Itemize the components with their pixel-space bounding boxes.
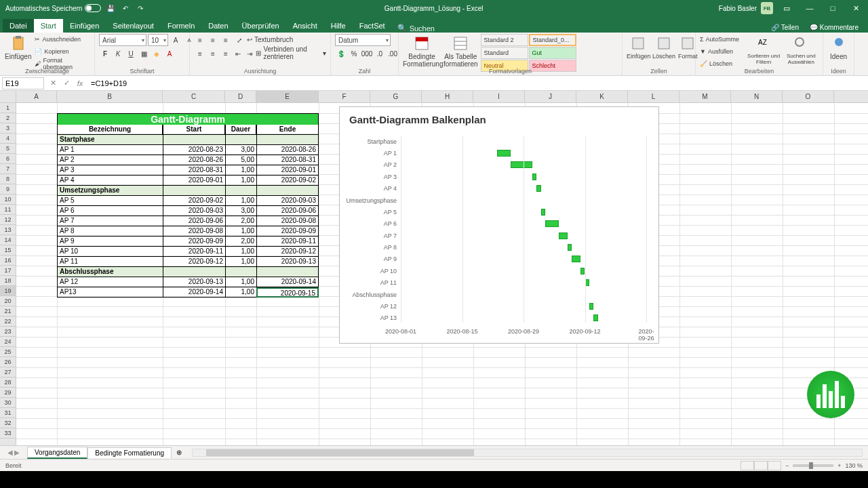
- gantt-chart-object[interactable]: Gantt-Diagramm Balkenplan StartphaseAP 1…: [339, 106, 659, 344]
- row-header-4[interactable]: 4: [0, 134, 16, 144]
- table-row[interactable]: AP 102020-09-111,002020-09-12: [57, 247, 319, 257]
- row-header-20[interactable]: 20: [0, 296, 16, 306]
- formula-input[interactable]: [87, 77, 868, 89]
- border-icon[interactable]: ▦: [138, 47, 150, 60]
- view-break-icon[interactable]: [768, 461, 781, 470]
- table-row[interactable]: Abschlussphase: [57, 267, 319, 277]
- row-header-1[interactable]: 1: [0, 103, 16, 113]
- col-header-I[interactable]: I: [473, 91, 525, 102]
- italic-icon[interactable]: K: [112, 47, 124, 60]
- row-header-24[interactable]: 24: [0, 337, 16, 347]
- tab-view[interactable]: Ansicht: [286, 19, 324, 33]
- row-header-9[interactable]: 9: [0, 184, 16, 195]
- dec-decimal-icon[interactable]: .00: [387, 47, 399, 60]
- select-all-corner[interactable]: [0, 91, 16, 102]
- paste-button[interactable]: Einfügen: [4, 34, 32, 60]
- col-header-F[interactable]: F: [319, 91, 370, 102]
- row-header-21[interactable]: 21: [0, 306, 16, 317]
- number-format-combo[interactable]: Datum: [335, 34, 391, 46]
- sheet-tab-active[interactable]: Vorgangsdaten: [27, 447, 87, 459]
- col-header-B[interactable]: B: [57, 91, 163, 102]
- new-sheet-icon[interactable]: ⊕: [172, 449, 186, 456]
- view-normal-icon[interactable]: [741, 461, 754, 470]
- orientation-icon[interactable]: ⤢: [233, 34, 245, 46]
- underline-icon[interactable]: U: [125, 47, 137, 60]
- comments-button[interactable]: 💬 Kommentare: [806, 22, 863, 33]
- table-row[interactable]: AP 62020-09-033,002020-09-06: [57, 206, 319, 216]
- tab-help[interactable]: Hilfe: [324, 19, 353, 33]
- horizontal-scrollbar[interactable]: [192, 449, 863, 457]
- row-header-10[interactable]: 10: [0, 195, 16, 205]
- indent-inc-icon[interactable]: ⇥: [245, 47, 255, 60]
- row-header-15[interactable]: 15: [0, 245, 16, 256]
- tab-file[interactable]: Datei: [3, 19, 34, 33]
- zoom-in-icon[interactable]: +: [837, 462, 841, 469]
- row-header-17[interactable]: 17: [0, 266, 16, 276]
- zoom-slider[interactable]: [793, 464, 833, 467]
- undo-icon[interactable]: ↶: [120, 3, 131, 14]
- col-header-L[interactable]: L: [628, 91, 679, 102]
- table-row[interactable]: AP 52020-09-021,002020-09-03: [57, 196, 319, 206]
- align-top-icon[interactable]: ≡: [194, 34, 206, 46]
- bold-icon[interactable]: F: [99, 47, 111, 60]
- font-name-combo[interactable]: Arial: [99, 34, 146, 46]
- style-standard0[interactable]: Standard_0...: [529, 34, 576, 46]
- row-header-7[interactable]: 7: [0, 164, 16, 174]
- indent-dec-icon[interactable]: ⇤: [233, 47, 243, 60]
- row-header-29[interactable]: 29: [0, 388, 16, 398]
- autosum-button[interactable]: Σ AutoSumme: [700, 34, 744, 45]
- currency-icon[interactable]: 💲: [335, 47, 347, 60]
- row-header-3[interactable]: 3: [0, 123, 16, 134]
- col-header-K[interactable]: K: [576, 91, 628, 102]
- fx-icon[interactable]: fx: [73, 77, 87, 90]
- tab-start[interactable]: Start: [34, 19, 63, 33]
- copy-button[interactable]: 📄 Kopieren: [35, 46, 90, 57]
- cut-button[interactable]: ✂ Ausschneiden: [35, 34, 90, 45]
- fill-color-icon[interactable]: ◆: [151, 47, 163, 60]
- font-size-combo[interactable]: 10: [148, 34, 168, 46]
- row-header-25[interactable]: 25: [0, 347, 16, 357]
- zoom-out-icon[interactable]: −: [785, 462, 789, 469]
- sort-filter-button[interactable]: AZ Sortieren und Filtern: [747, 34, 781, 65]
- worksheet-grid[interactable]: Gantt-Diagramm Bezeichnung Start Dauer E…: [16, 103, 868, 445]
- align-bot-icon[interactable]: ≡: [220, 34, 232, 46]
- table-row[interactable]: AP 42020-09-011,002020-09-02: [57, 176, 319, 186]
- row-header-5[interactable]: 5: [0, 144, 16, 154]
- user-avatar[interactable]: FB: [761, 2, 773, 14]
- style-good[interactable]: Gut: [529, 47, 576, 59]
- table-row[interactable]: AP 12020-08-233,002020-08-26: [57, 145, 319, 155]
- minimize-icon[interactable]: —: [800, 0, 819, 16]
- table-row[interactable]: Umsetzungsphase: [57, 186, 319, 196]
- row-header-30[interactable]: 30: [0, 398, 16, 408]
- row-header-13[interactable]: 13: [0, 225, 16, 235]
- tab-layout[interactable]: Seitenlayout: [106, 19, 161, 33]
- style-standard[interactable]: Standard: [481, 47, 528, 59]
- tab-factset[interactable]: FactSet: [353, 19, 392, 33]
- percent-icon[interactable]: %: [348, 47, 360, 60]
- row-header-22[interactable]: 22: [0, 317, 16, 327]
- ideas-button[interactable]: Ideen: [827, 34, 850, 60]
- col-header-E[interactable]: E: [256, 91, 319, 102]
- zoom-level[interactable]: 130 %: [845, 462, 863, 469]
- thousands-icon[interactable]: 000: [361, 47, 373, 60]
- row-header-11[interactable]: 11: [0, 205, 16, 215]
- row-header-32[interactable]: 32: [0, 418, 16, 428]
- align-right-icon[interactable]: ≡: [220, 47, 232, 60]
- table-row[interactable]: AP 72020-09-062,002020-09-08: [57, 216, 319, 226]
- col-header-N[interactable]: N: [731, 91, 783, 102]
- table-row[interactable]: AP 82020-09-081,002020-09-09: [57, 226, 319, 237]
- col-header-O[interactable]: O: [783, 91, 834, 102]
- row-header-27[interactable]: 27: [0, 367, 16, 378]
- delete-cells-button[interactable]: Löschen: [652, 34, 675, 60]
- table-row[interactable]: AP 112020-09-121,002020-09-13: [57, 257, 319, 267]
- cell-styles-gallery[interactable]: Standard 2 Standard_0... Standard Gut Ne…: [481, 34, 618, 72]
- align-left-icon[interactable]: ≡: [194, 47, 206, 60]
- search-box[interactable]: 🔍 Suchen: [392, 24, 440, 33]
- align-mid-icon[interactable]: ≡: [207, 34, 219, 46]
- ribbon-display-icon[interactable]: ▭: [777, 0, 796, 16]
- name-box[interactable]: E19: [2, 77, 44, 89]
- share-button[interactable]: 🔗 Teilen: [767, 22, 803, 33]
- fill-button[interactable]: ▼ Ausfüllen: [700, 46, 744, 57]
- col-header-M[interactable]: M: [679, 91, 731, 102]
- close-icon[interactable]: ✕: [846, 0, 865, 16]
